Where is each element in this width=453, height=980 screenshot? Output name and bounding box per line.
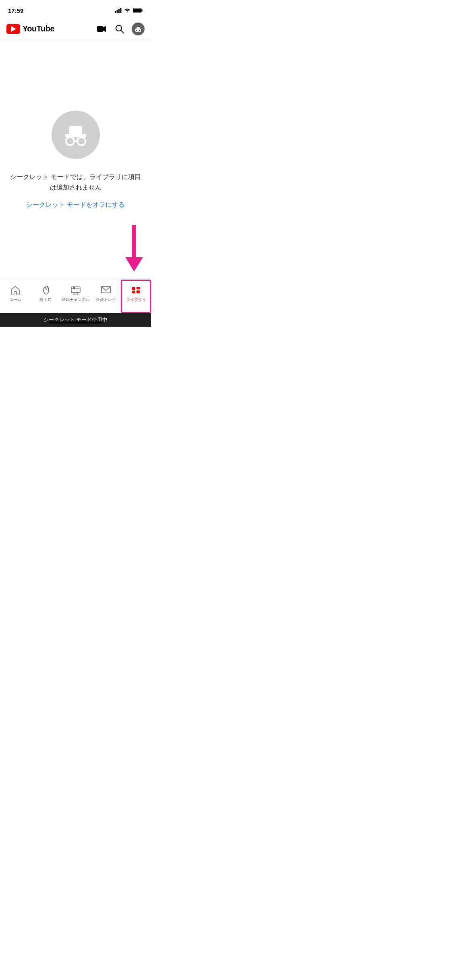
incognito-figure-icon xyxy=(60,119,92,151)
home-label: ホーム xyxy=(9,297,21,303)
arrow-head xyxy=(125,257,143,272)
inbox-label: 受信トレイ xyxy=(96,297,116,303)
incognito-circle-icon xyxy=(52,111,100,159)
yt-logo-icon xyxy=(6,24,20,34)
library-label: ライブラリ xyxy=(126,297,146,303)
svg-rect-12 xyxy=(137,27,140,29)
battery-icon xyxy=(133,8,143,13)
header-actions xyxy=(96,23,145,35)
nav-item-home[interactable]: ホーム xyxy=(0,283,30,304)
svg-rect-23 xyxy=(73,287,75,289)
nav-item-inbox[interactable]: 受信トレイ xyxy=(91,283,121,304)
svg-rect-3 xyxy=(120,8,122,13)
yt-play-triangle xyxy=(11,26,16,32)
incognito-message: シークレット モードでは、ライブラリに項目は追加されません xyxy=(10,172,141,192)
svg-rect-28 xyxy=(132,291,135,293)
home-indicator xyxy=(49,321,103,323)
svg-rect-21 xyxy=(71,287,80,292)
status-icons xyxy=(115,8,143,13)
bottom-nav: ホーム 急上昇 登録チャンネル xyxy=(0,280,151,313)
svg-rect-29 xyxy=(137,287,140,289)
video-camera-icon xyxy=(97,25,107,33)
svg-line-10 xyxy=(121,30,124,33)
svg-point-14 xyxy=(139,29,141,31)
nav-item-trending[interactable]: 急上昇 xyxy=(30,283,60,304)
status-time: 17:59 xyxy=(8,7,23,14)
svg-rect-17 xyxy=(69,126,82,136)
nav-item-library[interactable]: ライブラリ xyxy=(121,283,151,304)
trending-label: 急上昇 xyxy=(39,297,52,303)
status-bar: 17:59 xyxy=(0,0,151,18)
arrow-down xyxy=(125,225,143,272)
inbox-icon xyxy=(101,285,111,295)
svg-rect-7 xyxy=(97,26,103,32)
nav-item-subscriptions[interactable]: 登録チャンネル xyxy=(60,283,91,304)
header: YouTube xyxy=(0,18,151,40)
arrow-indicator xyxy=(125,225,143,272)
turn-off-incognito-link[interactable]: シークレット モードをオフにする xyxy=(26,201,124,209)
svg-marker-8 xyxy=(103,26,106,32)
svg-rect-0 xyxy=(115,11,116,13)
search-button[interactable] xyxy=(114,23,125,35)
subscriptions-label: 登録チャンネル xyxy=(62,297,90,303)
svg-rect-30 xyxy=(137,290,140,293)
account-button[interactable] xyxy=(132,23,145,35)
library-icon xyxy=(131,285,141,295)
svg-rect-2 xyxy=(118,9,120,13)
youtube-text: YouTube xyxy=(23,24,54,33)
wifi-icon xyxy=(124,8,130,13)
incognito-banner: シークレット モード使用中 xyxy=(0,313,151,327)
svg-point-18 xyxy=(66,137,74,145)
main-content: シークレット モードでは、ライブラリに項目は追加されません シークレット モード… xyxy=(0,40,151,280)
svg-rect-1 xyxy=(117,10,118,13)
svg-rect-6 xyxy=(142,10,143,12)
arrow-shaft xyxy=(132,225,136,257)
signal-icon xyxy=(115,8,122,13)
svg-point-13 xyxy=(136,29,138,31)
home-icon xyxy=(10,285,21,295)
svg-point-19 xyxy=(77,137,85,145)
svg-rect-5 xyxy=(133,9,141,12)
subscriptions-icon xyxy=(70,285,81,295)
trending-icon xyxy=(40,285,51,295)
incognito-icon xyxy=(134,25,142,33)
youtube-logo[interactable]: YouTube xyxy=(6,24,54,34)
svg-rect-27 xyxy=(132,287,135,290)
search-icon xyxy=(115,25,124,33)
video-camera-button[interactable] xyxy=(96,23,108,35)
